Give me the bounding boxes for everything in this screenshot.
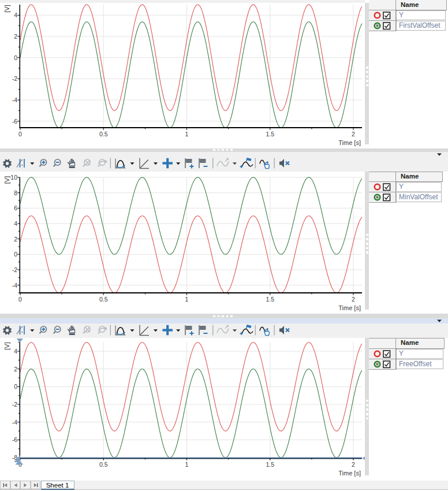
svg-text:[V]: [V] <box>3 342 10 349</box>
svg-text:0.5: 0.5 <box>99 131 108 137</box>
svg-text:10: 10 <box>10 174 17 181</box>
svg-text:0.5: 0.5 <box>99 296 108 303</box>
svg-text:0: 0 <box>14 251 17 258</box>
svg-text:2: 2 <box>352 296 355 303</box>
svg-text:[V]: [V] <box>3 5 10 12</box>
svg-text:2: 2 <box>352 461 355 468</box>
svg-text:-2: -2 <box>12 75 17 82</box>
svg-text:1.5: 1.5 <box>266 461 274 468</box>
svg-text:8: 8 <box>14 189 17 196</box>
svg-text:0: 0 <box>14 54 17 61</box>
svg-text:0.5: 0.5 <box>99 461 108 468</box>
svg-text:2: 2 <box>14 366 17 373</box>
svg-text:2: 2 <box>14 33 17 40</box>
svg-text:1.5: 1.5 <box>266 131 274 137</box>
svg-text:-2: -2 <box>12 266 17 273</box>
svg-text:Time [s]: Time [s] <box>338 470 361 477</box>
svg-text:0: 0 <box>18 131 22 137</box>
svg-text:6: 6 <box>14 204 17 211</box>
svg-text:Time [s]: Time [s] <box>338 304 361 311</box>
svg-text:-4: -4 <box>12 96 17 103</box>
svg-text:4: 4 <box>14 348 17 355</box>
svg-text:4: 4 <box>14 12 17 18</box>
svg-text:-6: -6 <box>12 436 17 443</box>
svg-text:1: 1 <box>185 131 189 137</box>
svg-text:0: 0 <box>14 383 17 390</box>
svg-text:0: 0 <box>18 296 22 303</box>
svg-text:2: 2 <box>352 131 355 137</box>
svg-text:-2: -2 <box>12 401 17 408</box>
svg-text:-4: -4 <box>12 419 17 426</box>
svg-text:-6: -6 <box>12 118 17 125</box>
svg-text:[V]: [V] <box>3 176 10 184</box>
svg-text:1: 1 <box>185 296 189 303</box>
svg-text:2: 2 <box>14 236 17 243</box>
svg-text:1: 1 <box>185 461 189 468</box>
svg-text:-4: -4 <box>12 282 17 289</box>
svg-text:4: 4 <box>14 220 17 227</box>
svg-text:1.5: 1.5 <box>266 296 274 303</box>
svg-text:Time [s]: Time [s] <box>338 139 361 146</box>
